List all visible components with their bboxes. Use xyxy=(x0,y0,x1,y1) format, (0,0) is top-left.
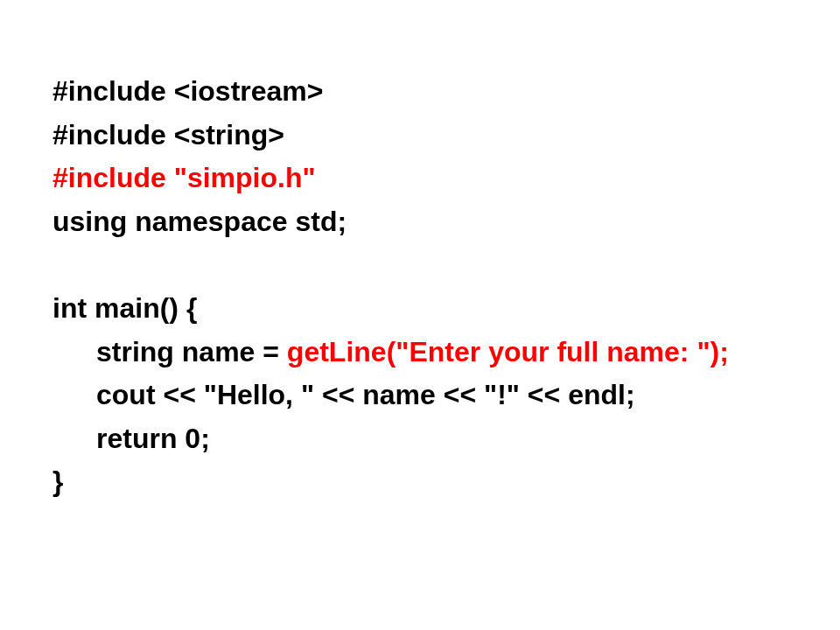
code-line-cout: cout << "Hello, " << name << "!" << endl… xyxy=(52,374,788,417)
code-line-getline: string name = getLine("Enter your full n… xyxy=(52,331,788,374)
code-line-include-string: #include <string> xyxy=(52,114,788,158)
code-line-include-iostream: #include <iostream> xyxy=(52,70,788,114)
code-line-main-open: int main() { xyxy=(52,287,788,331)
code-text-getline-call: getLine("Enter your full name: "); xyxy=(287,336,729,368)
code-line-include-simpio: #include "simpio.h" xyxy=(52,157,788,200)
code-text-string-name: string name = xyxy=(96,336,287,368)
code-line-return: return 0; xyxy=(52,417,788,461)
blank-line xyxy=(52,243,788,287)
code-block: #include <iostream> #include <string> #i… xyxy=(52,70,788,504)
code-line-main-close: } xyxy=(52,460,788,504)
code-line-using-namespace: using namespace std; xyxy=(52,200,788,244)
